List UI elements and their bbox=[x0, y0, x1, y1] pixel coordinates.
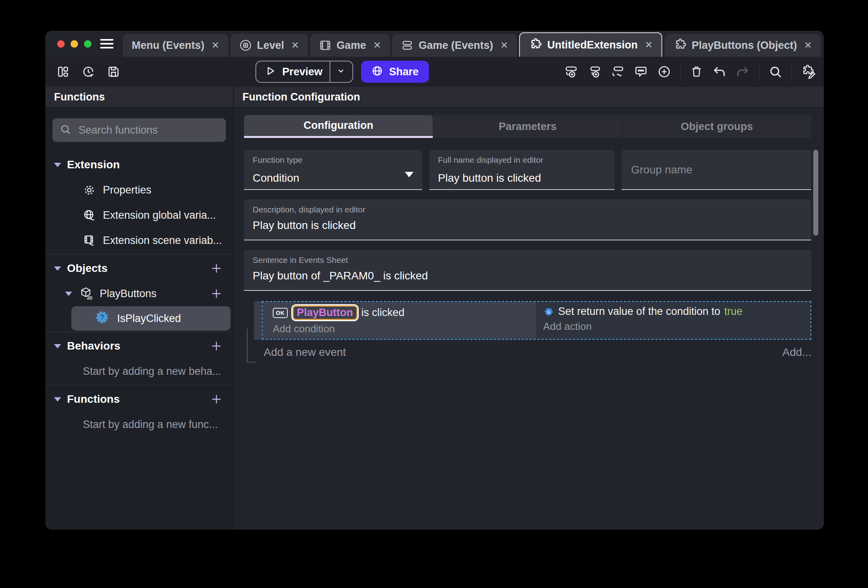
events-sheet-icon bbox=[401, 39, 414, 52]
selected-event[interactable]: OK PlayButton is clicked Add condition bbox=[262, 301, 811, 340]
preview-button[interactable]: Preview bbox=[255, 61, 353, 83]
puzzle-icon bbox=[529, 38, 542, 52]
search-functions-input[interactable] bbox=[78, 124, 219, 137]
choose-event-icon[interactable] bbox=[657, 65, 671, 79]
conditions-column[interactable]: OK PlayButton is clicked Add condition bbox=[263, 302, 536, 339]
search-icon bbox=[60, 123, 71, 137]
tab-level[interactable]: Level ✕ bbox=[231, 34, 308, 57]
svg-text:?: ? bbox=[100, 313, 104, 322]
sidebar-item-extension-scene-variables[interactable]: Extension scene variab... bbox=[45, 228, 233, 253]
tab-game-events[interactable]: Game (Events) ✕ bbox=[392, 34, 517, 57]
tab-playbuttons-object[interactable]: PlayButtons (Object) ✕ bbox=[665, 34, 821, 57]
edit-extension-icon[interactable] bbox=[801, 64, 816, 79]
close-tab-icon[interactable]: ✕ bbox=[291, 40, 299, 51]
event-tree-bracket bbox=[247, 329, 255, 363]
scene-variable-icon bbox=[83, 234, 96, 247]
project-manager-icon[interactable] bbox=[56, 65, 70, 78]
close-tab-icon[interactable]: ✕ bbox=[804, 40, 812, 51]
action-line[interactable]: G Set return value of the condition to t… bbox=[543, 305, 810, 318]
puzzle-icon bbox=[673, 39, 687, 52]
add-subevent-icon[interactable] bbox=[587, 65, 602, 79]
add-other-events-icon[interactable] bbox=[611, 65, 625, 79]
version-history-icon[interactable] bbox=[82, 65, 95, 78]
tab-menu-events[interactable]: Menu (Events) ✕ bbox=[123, 34, 228, 57]
expression-gear-icon: G bbox=[543, 306, 554, 317]
close-window-button[interactable] bbox=[57, 40, 65, 48]
object-parameter[interactable]: PlayButton bbox=[292, 305, 358, 320]
close-tab-icon[interactable]: ✕ bbox=[373, 40, 381, 51]
toolbar-right-group bbox=[564, 63, 816, 81]
undo-icon[interactable] bbox=[712, 65, 726, 79]
minimize-window-button[interactable] bbox=[71, 40, 78, 48]
sidebar-divider bbox=[45, 332, 233, 332]
content-area: Functions Extension bbox=[45, 87, 824, 530]
tab-label: UntitledExtension bbox=[547, 39, 638, 51]
event-row[interactable]: OK PlayButton is clicked Add condition bbox=[254, 301, 811, 340]
main-menu-icon[interactable] bbox=[100, 31, 114, 57]
app-window: Menu (Events) ✕ Level ✕ Game bbox=[45, 31, 824, 530]
section-functions[interactable]: Functions bbox=[45, 387, 233, 412]
toolbar-left-group bbox=[56, 65, 120, 78]
add-condition-button[interactable]: Add condition bbox=[273, 323, 536, 335]
scene-icon bbox=[239, 39, 252, 52]
toolbar-divider bbox=[792, 63, 792, 81]
maximize-window-button[interactable] bbox=[84, 40, 91, 48]
search-icon[interactable] bbox=[768, 65, 782, 79]
add-action-button[interactable]: Add action bbox=[543, 320, 810, 333]
chevron-down-icon[interactable] bbox=[54, 163, 61, 167]
description-field[interactable]: Description, displayed in editor Play bu… bbox=[244, 199, 811, 240]
save-icon[interactable] bbox=[107, 65, 120, 78]
tab-untitled-extension[interactable]: UntitledExtension ✕ bbox=[519, 32, 662, 57]
close-tab-icon[interactable]: ✕ bbox=[212, 40, 220, 51]
close-tab-icon[interactable]: ✕ bbox=[500, 40, 508, 51]
tab-object-groups[interactable]: Object groups bbox=[622, 115, 811, 138]
dropdown-arrow-icon bbox=[405, 172, 414, 177]
svg-text:2D: 2D bbox=[87, 296, 92, 300]
sidebar-item-extension-global-variables[interactable]: Extension global varia... bbox=[45, 203, 233, 228]
chevron-down-icon[interactable] bbox=[337, 67, 345, 77]
function-type-select[interactable]: Function type Condition bbox=[244, 150, 422, 190]
tab-configuration[interactable]: Configuration bbox=[244, 115, 433, 138]
actions-column[interactable]: G Set return value of the condition to t… bbox=[536, 302, 810, 339]
chevron-down-icon[interactable] bbox=[54, 266, 61, 271]
sidebar-divider bbox=[45, 385, 233, 385]
add-event-icon[interactable] bbox=[564, 65, 578, 79]
search-functions-box[interactable] bbox=[52, 118, 226, 142]
redo-icon[interactable] bbox=[736, 65, 750, 79]
add-new-event-button[interactable]: Add a new event bbox=[264, 346, 346, 359]
add-object-button[interactable] bbox=[210, 262, 223, 275]
preview-label: Preview bbox=[282, 66, 322, 78]
vertical-scrollbar[interactable] bbox=[813, 150, 818, 236]
full-name-field[interactable]: Full name displayed in editor Play butto… bbox=[429, 150, 615, 190]
page-title: Function Configuration bbox=[234, 87, 824, 108]
add-behavior-button[interactable] bbox=[210, 340, 223, 352]
chevron-down-icon[interactable] bbox=[65, 292, 72, 296]
tab-game[interactable]: Game ✕ bbox=[310, 34, 390, 57]
section-objects[interactable]: Objects bbox=[45, 256, 233, 281]
group-name-input[interactable] bbox=[630, 163, 803, 177]
sidebar-divider bbox=[45, 254, 233, 255]
sentence-field[interactable]: Sentence in Events Sheet Play button of … bbox=[244, 250, 811, 291]
tab-label: Game bbox=[337, 39, 366, 52]
group-name-field[interactable] bbox=[622, 150, 811, 190]
section-behaviors[interactable]: Behaviors bbox=[45, 333, 233, 359]
sidebar-item-properties[interactable]: Properties bbox=[45, 177, 233, 203]
chevron-down-icon[interactable] bbox=[54, 397, 61, 402]
add-object-function-button[interactable] bbox=[210, 287, 223, 300]
section-extension[interactable]: Extension bbox=[45, 152, 233, 177]
add-comment-icon[interactable] bbox=[634, 65, 648, 79]
sidebar-item-playbuttons[interactable]: 2D PlayButtons bbox=[45, 281, 233, 306]
delete-icon[interactable] bbox=[690, 65, 703, 78]
sidebar-item-isplayclicked-selected[interactable]: ? IsPlayClicked bbox=[71, 306, 231, 331]
preview-divider bbox=[330, 61, 330, 82]
condition-line[interactable]: OK PlayButton is clicked bbox=[273, 305, 536, 320]
globe-icon bbox=[371, 65, 383, 78]
share-button[interactable]: Share bbox=[361, 61, 429, 83]
chevron-down-icon[interactable] bbox=[54, 344, 61, 348]
add-button[interactable]: Add... bbox=[782, 346, 811, 359]
tab-label: Level bbox=[257, 39, 284, 52]
add-event-row: Add a new event Add... bbox=[244, 346, 811, 359]
tab-parameters[interactable]: Parameters bbox=[433, 115, 622, 138]
add-function-button[interactable] bbox=[210, 393, 223, 406]
close-tab-icon[interactable]: ✕ bbox=[645, 39, 653, 50]
